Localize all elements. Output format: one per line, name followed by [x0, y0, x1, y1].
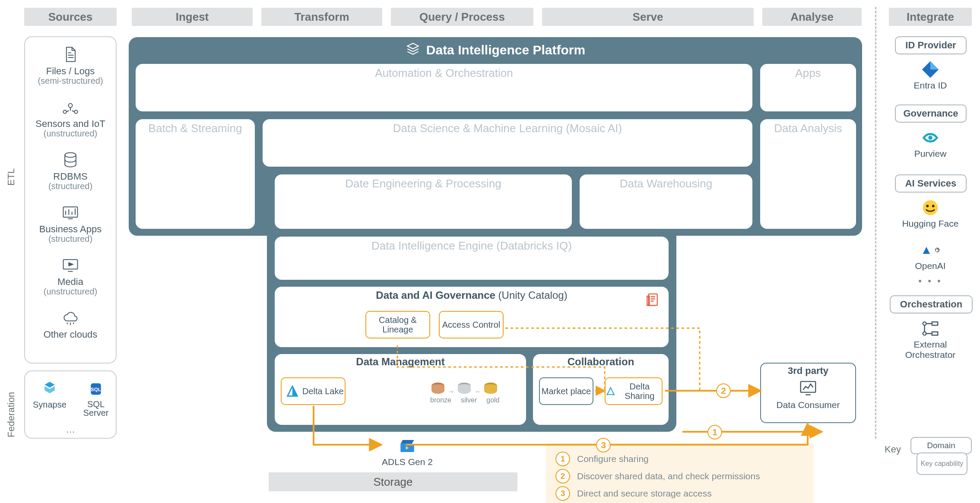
data-consumer-icon — [761, 378, 855, 400]
step-1-text: Configure sharing — [577, 454, 649, 464]
governance-doc-icon — [644, 291, 661, 310]
svg-text:SQL: SQL — [91, 386, 101, 392]
source-clouds: Other clouds — [25, 308, 116, 340]
svg-point-14 — [928, 136, 932, 140]
header-integrate: Integrate — [889, 8, 972, 26]
svg-point-10 — [613, 394, 615, 395]
svg-point-18 — [935, 248, 939, 252]
header-query: Query / Process — [391, 8, 533, 26]
step-3-text: Direct and secure storage access — [577, 488, 712, 499]
business-apps-icon — [61, 203, 80, 222]
svg-point-17 — [932, 205, 935, 207]
svg-point-0 — [68, 104, 72, 108]
gov-title-b: (Unity Catalog) — [498, 289, 568, 301]
steps-legend: 1Configure sharing 2Discover shared data… — [546, 443, 814, 503]
header-transform: Transform — [261, 8, 382, 26]
svg-rect-8 — [649, 294, 657, 306]
card-data-analysis: Data Analysis — [760, 119, 856, 229]
card-warehousing: Data Warehousing — [580, 174, 752, 229]
card-apps: Apps — [760, 64, 856, 111]
source-bizapps: Business Apps (structured) — [25, 203, 116, 244]
header-sources: Sources — [24, 8, 117, 26]
int-ext-orch: External Orchestrator — [889, 319, 972, 360]
svg-point-15 — [923, 200, 938, 215]
int-purview: Purview — [889, 128, 972, 159]
medallion: → → bronze silver gold — [430, 383, 500, 404]
card-collaboration: Collaboration Market place Delta Sharing — [533, 354, 669, 425]
key-label: Key — [885, 444, 901, 455]
sources-panel: Files / Logs (semi-structured) Sensors a… — [24, 36, 117, 364]
storage-label: Storage — [269, 472, 517, 491]
svg-point-2 — [74, 110, 77, 113]
entra-icon — [920, 60, 940, 79]
delta-lake-icon — [285, 384, 300, 399]
card-batch-streaming: Batch & Streaming — [136, 119, 255, 229]
svg-point-19 — [923, 322, 926, 326]
step-1-badge: 1 — [555, 452, 570, 466]
synapse-icon — [40, 379, 60, 399]
pill-id-provider: ID Provider — [895, 36, 967, 54]
source-rdbms: RDBMS (structured) — [25, 150, 116, 191]
media-icon — [61, 256, 80, 275]
svg-rect-21 — [932, 322, 938, 326]
third-party-panel: 3rd party Data Consumer — [760, 363, 856, 423]
svg-point-1 — [63, 110, 67, 113]
step-2-text: Discover shared data, and check permissi… — [577, 471, 760, 481]
pill-ai-services: AI Services — [895, 174, 967, 193]
source-files: Files / Logs (semi-structured) — [25, 45, 116, 86]
int-entra: Entra ID — [889, 60, 972, 91]
header-ingest: Ingest — [132, 8, 253, 26]
vlabel-etl: ETL — [4, 108, 18, 246]
database-icon — [61, 150, 80, 169]
bronze-cyl-icon — [431, 383, 444, 394]
silver-cyl-icon — [458, 383, 471, 394]
svg-point-3 — [65, 153, 76, 158]
sqlserver-icon: SQL — [86, 379, 106, 399]
step-3-badge: 3 — [555, 486, 570, 501]
svg-point-11 — [606, 394, 608, 395]
pill-orchestration: Orchestration — [890, 295, 973, 313]
cloud-icon — [61, 308, 80, 327]
line-badge-1: 1 — [707, 425, 722, 440]
source-media: Media (unstructured) — [25, 256, 116, 297]
box-marketplace: Market place — [539, 377, 593, 405]
svg-rect-22 — [932, 332, 938, 335]
delta-sharing-icon — [606, 385, 616, 397]
purview-icon — [920, 128, 940, 148]
int-more: • • • — [889, 275, 972, 287]
step-2-badge: 2 — [555, 469, 570, 484]
svg-point-16 — [926, 205, 929, 207]
card-de-processing: Date Engineering & Processing — [275, 174, 572, 229]
line-badge-3: 3 — [596, 438, 611, 452]
card-dsml: Data Science & Machine Learning (Mosaic … — [263, 119, 752, 167]
ext-orch-icon — [920, 319, 940, 338]
federation-more: … — [25, 424, 116, 435]
header-serve: Serve — [542, 8, 754, 26]
card-engine: Data Intelligence Engine (Databricks IQ) — [275, 237, 669, 280]
federation-sqlserver: SQL SQL Server — [76, 379, 116, 417]
federation-panel: Synapse SQL SQL Server … — [24, 370, 117, 439]
platform-title: Data Intelligence Platform — [129, 41, 862, 59]
line-badge-2: 2 — [716, 383, 731, 398]
box-delta-lake: Delta Lake — [281, 377, 346, 405]
vlabel-federation: Federation — [4, 376, 18, 453]
adls-icon — [382, 437, 433, 457]
box-delta-sharing: Delta Sharing — [605, 377, 663, 405]
integrate-divider — [875, 7, 876, 439]
pill-governance: Governance — [895, 104, 967, 123]
adls-block: ADLS Gen 2 — [382, 437, 433, 467]
openai-icon: ▲ — [920, 240, 940, 260]
key-capability: Key capability — [917, 452, 967, 475]
card-data-management: Data Management Delta Lake → → bronze si… — [275, 354, 526, 425]
file-icon — [61, 45, 80, 64]
key-domain: Domain — [910, 437, 972, 454]
stack-icon — [406, 41, 420, 59]
gold-cyl-icon — [484, 383, 497, 394]
huggingface-icon — [920, 198, 940, 218]
gov-title-a: Data and AI Governance — [376, 289, 495, 301]
federation-synapse: Synapse — [33, 379, 67, 410]
iot-icon — [61, 98, 80, 117]
int-openai: ▲ OpenAI — [889, 240, 972, 271]
source-iot: Sensors and IoT (unstructured) — [25, 98, 116, 139]
svg-point-20 — [923, 332, 926, 335]
